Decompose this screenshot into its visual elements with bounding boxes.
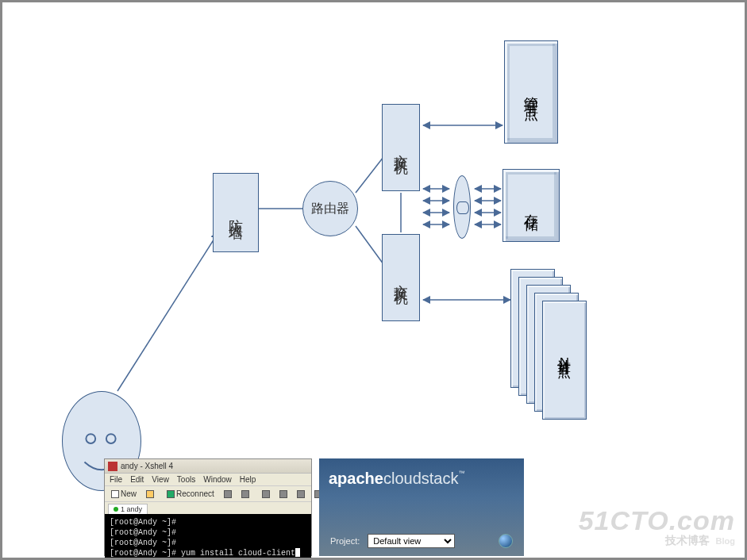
switch-bottom-label: 交换机 — [391, 273, 410, 282]
tb-icon-5[interactable] — [294, 489, 308, 500]
compute-node-label: 计算节点N — [556, 349, 574, 372]
project-label: Project: — [330, 536, 360, 546]
cursor-icon — [295, 548, 300, 557]
xshell-menubar[interactable]: File Edit View Tools Window Help — [105, 474, 311, 486]
xshell-tabs: 1 andy — [105, 502, 311, 514]
svg-line-3 — [356, 226, 383, 264]
menu-view[interactable]: View — [152, 475, 169, 484]
globe-icon[interactable] — [499, 534, 513, 548]
cloudstack-card: apachecloudstack™ Project: Default view — [319, 458, 524, 556]
xshell-app-icon — [108, 462, 117, 471]
svg-point-16 — [106, 434, 116, 443]
mgmt-node: 管理节点 — [504, 40, 558, 144]
menu-file[interactable]: File — [110, 475, 122, 484]
disk-icon — [453, 175, 471, 239]
svg-point-15 — [86, 434, 95, 443]
switch-bottom-node: 交换机 — [382, 234, 420, 321]
router-label: 路由器 — [311, 201, 349, 217]
menu-window[interactable]: Window — [203, 475, 232, 484]
compute-nodes-stack: 计算节点N — [510, 269, 598, 420]
menu-edit[interactable]: Edit — [130, 475, 144, 484]
tb-icon-3[interactable] — [259, 489, 273, 500]
menu-help[interactable]: Help — [240, 475, 256, 484]
open-button[interactable] — [143, 489, 157, 500]
xshell-titlebar[interactable]: andy - Xshell 4 — [105, 459, 311, 474]
router-node: 路由器 — [302, 181, 358, 236]
tb-icon-2[interactable] — [238, 489, 252, 500]
terminal-output[interactable]: [root@Andy ~]# [root@Andy ~]# [root@Andy… — [105, 514, 311, 560]
new-button[interactable]: New — [108, 488, 140, 500]
firewall-label: 防火墙 — [226, 208, 245, 217]
watermark-big: 51CTO.com — [579, 507, 735, 535]
status-dot-icon — [114, 507, 118, 512]
project-select[interactable]: Default view — [368, 534, 455, 548]
tab-andy[interactable]: 1 andy — [108, 504, 148, 514]
storage-node: 存储 — [502, 169, 560, 242]
mgmt-node-label: 管理节点 — [522, 86, 541, 98]
switch-top-label: 交换机 — [391, 143, 410, 152]
project-row: Project: Default view — [319, 534, 524, 556]
tb-icon-4[interactable] — [276, 489, 291, 500]
menu-tools[interactable]: Tools — [177, 475, 195, 484]
svg-line-0 — [117, 232, 218, 391]
storage-label: 存储 — [522, 202, 541, 209]
cloudstack-brand: apachecloudstack™ — [319, 458, 524, 488]
watermark-sub-en: Blog — [716, 537, 735, 547]
watermark: 51CTO.com 技术博客 Blog — [579, 507, 735, 547]
xshell-title: andy - Xshell 4 — [121, 462, 173, 470]
switch-top-node: 交换机 — [382, 104, 420, 191]
watermark-sub-cn: 技术博客 — [665, 535, 710, 547]
reconnect-button[interactable]: Reconnect — [164, 488, 218, 500]
firewall-node: 防火墙 — [213, 173, 259, 252]
tb-icon-1[interactable] — [221, 489, 235, 500]
xshell-window: andy - Xshell 4 File Edit View Tools Win… — [104, 458, 312, 556]
svg-line-2 — [356, 157, 383, 193]
xshell-toolbar: New Reconnect — [105, 486, 311, 502]
